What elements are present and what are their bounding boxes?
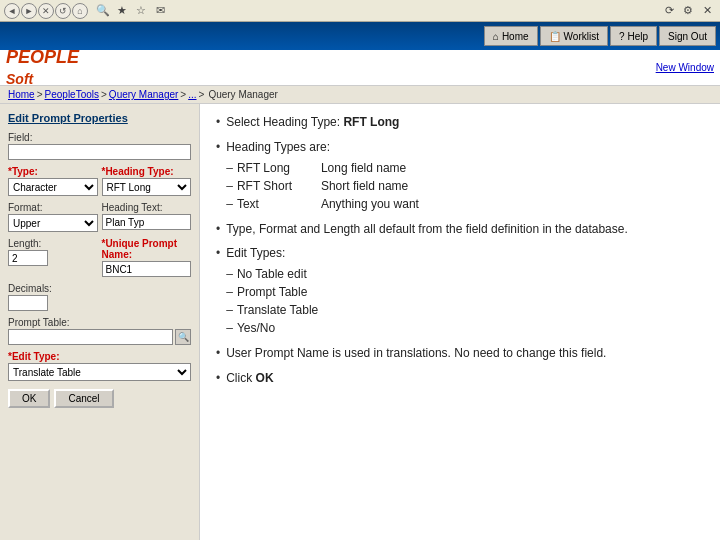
heading-type-rft-long: RFT Long Long field name: [226, 159, 419, 177]
search-toolbar-icon[interactable]: 🔍: [94, 2, 112, 20]
format-group: Format: Upper: [8, 202, 98, 232]
worklist-nav-label: Worklist: [564, 31, 599, 42]
home-btn[interactable]: ⌂: [72, 3, 88, 19]
left-panel: Edit Prompt Properties Field: *Type: Cha…: [0, 104, 200, 540]
unique-prompt-input[interactable]: [102, 261, 192, 277]
mail-icon[interactable]: ✉: [151, 2, 169, 20]
edit-type-translate: Translate Table: [226, 301, 318, 319]
ok-button[interactable]: OK: [8, 389, 50, 408]
bullet-6-text: Click OK: [226, 370, 273, 387]
heading-type-select[interactable]: RFT Long: [102, 178, 192, 196]
format-label: Format:: [8, 202, 98, 213]
type-label: *Type:: [8, 166, 98, 177]
breadcrumb-querymanager1[interactable]: Query Manager: [109, 89, 178, 100]
edit-type-group: *Edit Type: Translate Table: [8, 351, 191, 381]
rft-short-label: RFT Short: [237, 177, 317, 195]
prompt-table-group: Prompt Table: 🔍: [8, 317, 191, 345]
decimals-label: Decimals:: [8, 283, 191, 294]
edit-types-list: No Table edit Prompt Table Translate Tab…: [226, 265, 318, 337]
back-btn[interactable]: ◄: [4, 3, 20, 19]
translate-table-label: Translate Table: [237, 301, 318, 319]
field-input[interactable]: [8, 144, 191, 160]
text-label: Text: [237, 195, 317, 213]
refresh-icon[interactable]: ⟳: [660, 2, 678, 20]
breadcrumb: Home > PeopleTools > Query Manager > ...…: [0, 86, 720, 104]
logo-line1: PEOPLE: [6, 47, 79, 67]
logo-bar: PEOPLE Soft New Window: [0, 50, 720, 86]
heading-text-group: Heading Text:: [102, 202, 192, 230]
worklist-nav-btn[interactable]: 📋 Worklist: [540, 26, 608, 46]
browser-toolbar: ◄ ► ✕ ↺ ⌂ 🔍 ★ ☆ ✉ ⟳ ⚙ ✕: [0, 0, 720, 22]
signout-nav-btn[interactable]: Sign Out: [659, 26, 716, 46]
prompt-table-input[interactable]: [8, 329, 173, 345]
refresh-btn[interactable]: ↺: [55, 3, 71, 19]
home-nav-btn[interactable]: ⌂ Home: [484, 26, 538, 46]
edit-type-select[interactable]: Translate Table: [8, 363, 191, 381]
home-nav-label: Home: [502, 31, 529, 42]
tools-icon[interactable]: ⚙: [679, 2, 697, 20]
type-group: *Type: Character: [8, 166, 98, 196]
breadcrumb-peopletools[interactable]: PeopleTools: [45, 89, 99, 100]
length-input[interactable]: [8, 250, 48, 266]
home-nav-icon: ⌂: [493, 31, 499, 42]
format-col: Format: Upper: [8, 202, 98, 238]
field-label: Field:: [8, 132, 191, 143]
logo: PEOPLE Soft: [6, 47, 79, 89]
type-col: *Type: Character: [8, 166, 98, 202]
help-nav-label: Help: [628, 31, 649, 42]
bullet-5-dot: •: [216, 346, 220, 360]
unique-col: *Unique Prompt Name:: [102, 238, 192, 283]
type-select[interactable]: Character: [8, 178, 98, 196]
bullet-4-dot: •: [216, 246, 220, 260]
breadcrumb-home[interactable]: Home: [8, 89, 35, 100]
history-icon[interactable]: ☆: [132, 2, 150, 20]
heading-text-label: Heading Text:: [102, 202, 192, 213]
unique-prompt-group: *Unique Prompt Name:: [102, 238, 192, 277]
length-prompt-row: Length: *Unique Prompt Name:: [8, 238, 191, 283]
new-window-link[interactable]: New Window: [656, 62, 714, 73]
format-select[interactable]: Upper: [8, 214, 98, 232]
edit-type-no-table: No Table edit: [226, 265, 318, 283]
heading-text-input[interactable]: [102, 214, 192, 230]
rft-long-value: Long field name: [321, 159, 406, 177]
worklist-nav-icon: 📋: [549, 31, 561, 42]
heading-type-text: Text Anything you want: [226, 195, 419, 213]
stop-btn[interactable]: ✕: [38, 3, 54, 19]
bullet-3-dot: •: [216, 222, 220, 236]
btn-row: OK Cancel: [8, 389, 191, 408]
nav-bar: ⌂ Home 📋 Worklist ? Help Sign Out: [0, 22, 720, 50]
heading-text-col: Heading Text:: [102, 202, 192, 238]
rft-long-label: RFT Long: [237, 159, 317, 177]
bullet-1: • Select Heading Type: RFT Long: [216, 114, 704, 131]
heading-type-group: *Heading Type: RFT Long: [102, 166, 192, 196]
bullet-2-dot: •: [216, 140, 220, 154]
length-group: Length:: [8, 238, 98, 266]
length-label: Length:: [8, 238, 98, 249]
help-nav-btn[interactable]: ? Help: [610, 26, 657, 46]
bullet-6-dot: •: [216, 371, 220, 385]
bullet-3-text: Type, Format and Length all default from…: [226, 221, 628, 238]
fav-icon[interactable]: ★: [113, 2, 131, 20]
no-table-label: No Table edit: [237, 265, 307, 283]
info-list: • Select Heading Type: RFT Long • Headin…: [216, 114, 704, 387]
edit-type-yesno: Yes/No: [226, 319, 318, 337]
forward-btn[interactable]: ►: [21, 3, 37, 19]
bullet-4: • Edit Types: No Table edit Prompt Table…: [216, 245, 704, 337]
close-icon[interactable]: ✕: [698, 2, 716, 20]
prompt-table-with-icon: 🔍: [8, 329, 191, 345]
heading-types-list: RFT Long Long field name RFT Short Short…: [226, 159, 419, 213]
format-heading-row: Format: Upper Heading Text:: [8, 202, 191, 238]
decimals-input[interactable]: [8, 295, 48, 311]
text-value: Anything you want: [321, 195, 419, 213]
bullet-5-text: User Prompt Name is used in translations…: [226, 345, 606, 362]
prompt-table-label: Prompt Table:: [8, 317, 191, 328]
bullet-2: • Heading Types are: RFT Long Long field…: [216, 139, 704, 213]
logo-line2: Soft: [6, 71, 33, 87]
prompt-table-search-icon[interactable]: 🔍: [175, 329, 191, 345]
bullet-3: • Type, Format and Length all default fr…: [216, 221, 704, 238]
breadcrumb-dots[interactable]: ...: [188, 89, 196, 100]
heading-row: *Type: Character *Heading Type: RFT Long: [8, 166, 191, 202]
cancel-button[interactable]: Cancel: [54, 389, 113, 408]
heading-type-label: *Heading Type:: [102, 166, 192, 177]
bullet-5: • User Prompt Name is used in translatio…: [216, 345, 704, 362]
